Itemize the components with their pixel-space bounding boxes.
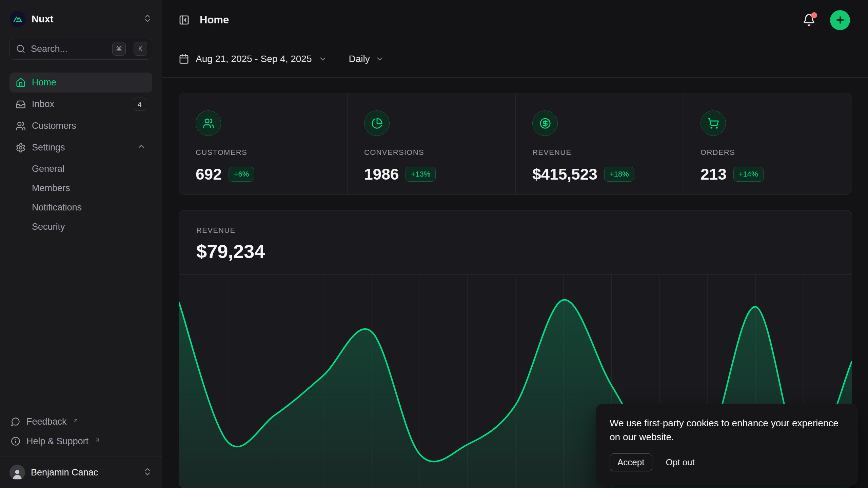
sidebar-nav: Home Inbox 4 Customers bbox=[9, 73, 152, 237]
gear-icon bbox=[16, 143, 26, 153]
stat-delta-badge: +13% bbox=[406, 167, 436, 182]
feedback-link[interactable]: Feedback bbox=[9, 412, 152, 431]
granularity-select[interactable]: Daily bbox=[349, 54, 384, 64]
header: Home bbox=[162, 0, 868, 40]
avatar bbox=[9, 465, 25, 480]
chevrons-up-down-icon bbox=[143, 14, 152, 24]
shopping-cart-icon bbox=[701, 110, 726, 136]
users-icon bbox=[196, 110, 221, 136]
settings-subgroup: General Members Notifications Security bbox=[9, 159, 152, 237]
message-circle-icon bbox=[11, 417, 20, 426]
opt-out-button[interactable]: Opt out bbox=[666, 457, 695, 468]
stat-delta-badge: +14% bbox=[733, 167, 764, 182]
user-name: Benjamin Canac bbox=[31, 467, 98, 478]
stat-delta-badge: +6% bbox=[229, 167, 255, 182]
stat-label: ORDERS bbox=[701, 148, 852, 157]
search-input[interactable] bbox=[31, 44, 107, 54]
cookie-banner: We use first-party cookies to enhance yo… bbox=[596, 404, 857, 485]
sidebar-item-general[interactable]: General bbox=[9, 159, 152, 179]
user-menu[interactable]: Benjamin Canac bbox=[9, 457, 152, 488]
filter-toolbar: Aug 21, 2025 - Sep 4, 2025 Daily bbox=[162, 40, 868, 78]
sidebar-item-security[interactable]: Security bbox=[9, 217, 152, 237]
panel-left-close-icon bbox=[179, 15, 190, 25]
stat-value: 213 bbox=[701, 165, 727, 183]
add-button[interactable] bbox=[830, 10, 850, 30]
stat-delta-badge: +18% bbox=[604, 167, 634, 182]
page-title: Home bbox=[200, 14, 229, 26]
cookie-actions: Accept Opt out bbox=[610, 453, 844, 471]
sidebar-item-inbox[interactable]: Inbox 4 bbox=[9, 94, 152, 114]
calendar-icon bbox=[179, 54, 189, 64]
stat-label: CONVERSIONS bbox=[364, 148, 515, 157]
stat-value: 1986 bbox=[364, 165, 399, 183]
inbox-count-badge: 4 bbox=[133, 98, 146, 111]
sub-item-label: Members bbox=[32, 183, 70, 194]
notification-dot bbox=[811, 12, 817, 18]
search-input-container[interactable]: ⌘ K bbox=[9, 38, 152, 60]
chevron-down-icon bbox=[318, 55, 327, 63]
sidebar-item-label: Inbox bbox=[32, 99, 54, 109]
sidebar-item-home[interactable]: Home bbox=[9, 73, 152, 93]
sidebar-collapse-button[interactable] bbox=[179, 15, 190, 25]
workspace-name: Nuxt bbox=[32, 14, 53, 25]
sidebar: Nuxt ⌘ K Home bbox=[0, 0, 162, 488]
app-root: Nuxt ⌘ K Home bbox=[0, 0, 868, 488]
stat-value: $415,523 bbox=[532, 165, 597, 183]
sidebar-item-notifications[interactable]: Notifications bbox=[9, 198, 152, 217]
pie-chart-icon bbox=[364, 110, 390, 136]
chevrons-up-down-icon bbox=[143, 467, 152, 478]
revenue-chart-value: $79,234 bbox=[196, 240, 852, 262]
external-link-icon bbox=[95, 435, 100, 445]
users-icon bbox=[16, 121, 26, 131]
stat-conversions[interactable]: CONVERSIONS 1986 +13% bbox=[347, 93, 515, 194]
stats-card: CUSTOMERS 692 +6% CONVERSIONS 1986 bbox=[179, 93, 852, 195]
header-actions bbox=[801, 10, 850, 30]
help-support-link[interactable]: Help & Support bbox=[9, 431, 152, 451]
info-circle-icon bbox=[11, 436, 20, 446]
sub-item-label: General bbox=[32, 164, 64, 174]
sidebar-item-label: Settings bbox=[32, 142, 65, 153]
chevron-up-icon bbox=[137, 142, 146, 154]
sub-item-label: Notifications bbox=[32, 202, 82, 213]
feedback-label: Feedback bbox=[26, 416, 67, 427]
revenue-chart-label: REVENUE bbox=[196, 226, 852, 235]
sidebar-item-customers[interactable]: Customers bbox=[9, 116, 152, 136]
date-range-value: Aug 21, 2025 - Sep 4, 2025 bbox=[196, 54, 312, 64]
inbox-icon bbox=[16, 99, 26, 109]
external-link-icon bbox=[73, 415, 79, 426]
date-range-picker[interactable]: Aug 21, 2025 - Sep 4, 2025 bbox=[179, 54, 327, 64]
plus-icon bbox=[835, 15, 846, 25]
home-icon bbox=[16, 78, 26, 88]
sidebar-item-label: Home bbox=[32, 77, 56, 88]
accept-button[interactable]: Accept bbox=[610, 453, 652, 471]
dollar-circle-icon bbox=[532, 110, 558, 136]
cookie-message: We use first-party cookies to enhance yo… bbox=[610, 416, 844, 444]
stat-value: 692 bbox=[196, 165, 222, 183]
notifications-button[interactable] bbox=[801, 12, 817, 28]
sidebar-item-members[interactable]: Members bbox=[9, 179, 152, 198]
stat-label: REVENUE bbox=[532, 148, 684, 157]
stat-label: CUSTOMERS bbox=[196, 148, 347, 157]
stat-customers[interactable]: CUSTOMERS 692 +6% bbox=[179, 93, 347, 194]
help-support-label: Help & Support bbox=[26, 436, 88, 447]
kbd-k: K bbox=[134, 42, 147, 56]
chevron-down-icon bbox=[375, 55, 384, 63]
workspace-switcher[interactable]: Nuxt bbox=[9, 10, 152, 28]
sidebar-item-settings[interactable]: Settings bbox=[9, 138, 152, 158]
sub-item-label: Security bbox=[32, 222, 65, 232]
stat-revenue[interactable]: REVENUE $415,523 +18% bbox=[515, 93, 684, 194]
nuxt-logo-icon bbox=[9, 11, 26, 27]
granularity-value: Daily bbox=[349, 54, 370, 64]
search-icon bbox=[16, 44, 25, 54]
stat-orders[interactable]: ORDERS 213 +14% bbox=[684, 93, 852, 194]
sidebar-spacer bbox=[9, 237, 152, 412]
sidebar-item-label: Customers bbox=[32, 121, 76, 131]
kbd-meta: ⌘ bbox=[112, 42, 126, 56]
